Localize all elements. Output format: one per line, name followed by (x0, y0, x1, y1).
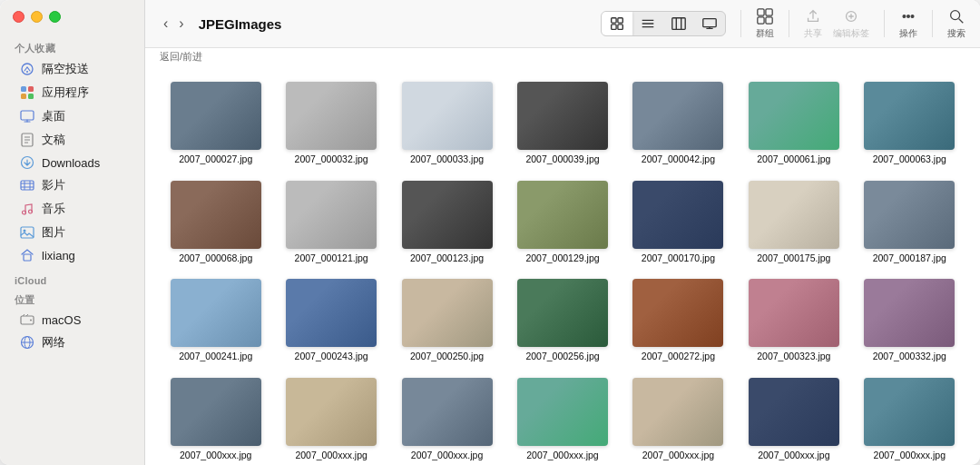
svg-point-50 (907, 15, 910, 18)
doc-icon (20, 133, 34, 147)
movie-icon (20, 178, 34, 193)
view-list-button[interactable] (632, 12, 663, 35)
drive-icon (20, 312, 34, 327)
toolbar-divider-2 (789, 10, 789, 37)
view-grid-button[interactable] (602, 12, 632, 35)
edit-tags-button[interactable]: 编辑标签 (833, 7, 869, 40)
fullscreen-button[interactable] (49, 11, 61, 23)
svg-point-25 (30, 320, 32, 322)
file-item[interactable]: 2007_000323.jpg (738, 275, 849, 367)
sidebar-item-movies[interactable]: 影片 (5, 173, 139, 197)
file-item[interactable]: 2007_000063.jpg (854, 78, 965, 170)
view-gallery-button[interactable] (694, 12, 725, 35)
sidebar-item-desktop[interactable]: 桌面 (5, 104, 139, 128)
file-name: 2007_000272.jpg (642, 351, 715, 363)
file-item[interactable]: 2007_000256.jpg (506, 275, 618, 367)
sidebar-favorites: 隔空投送应用程序桌面文稿Downloads影片音乐图片lixiang (0, 57, 144, 266)
file-item[interactable]: 2007_000243.jpg (275, 275, 387, 367)
file-thumbnail (517, 378, 608, 446)
search-label: 搜索 (947, 27, 965, 40)
view-columns-button[interactable] (663, 12, 694, 35)
file-item[interactable]: 2007_000123.jpg (391, 177, 503, 269)
file-name: 2007_000xxx.jpg (411, 450, 483, 462)
file-item[interactable]: 2007_000xxx.jpg (506, 374, 618, 465)
file-name: 2007_000250.jpg (410, 351, 484, 363)
file-thumbnail (632, 378, 723, 446)
file-item[interactable]: 2007_000032.jpg (275, 78, 387, 170)
sidebar-item-documents[interactable]: 文稿 (5, 128, 139, 152)
forward-button[interactable]: › (175, 14, 187, 34)
svg-point-0 (22, 64, 33, 74)
file-name: 2007_000170.jpg (642, 252, 715, 265)
file-thumbnail (749, 82, 839, 150)
sidebar-item-label-network: 网络 (42, 334, 65, 351)
file-name: 2007_000xxx.jpg (758, 450, 829, 462)
sidebar: 个人收藏 隔空投送应用程序桌面文稿Downloads影片音乐图片lixiang … (0, 0, 145, 465)
svg-rect-2 (21, 86, 26, 92)
file-item[interactable]: 2007_000175.jpg (738, 177, 849, 269)
file-thumbnail (749, 378, 839, 446)
file-item[interactable]: 2007_000170.jpg (622, 177, 734, 269)
file-item[interactable]: 2007_000068.jpg (160, 177, 271, 269)
file-item[interactable]: 2007_000039.jpg (506, 78, 618, 170)
back-button[interactable]: ‹ (160, 14, 172, 34)
file-item[interactable]: 2007_000xxx.jpg (391, 374, 503, 465)
file-item[interactable]: 2007_000xxx.jpg (160, 374, 271, 465)
file-item[interactable]: 2007_000129.jpg (506, 177, 618, 269)
file-item[interactable]: 2007_000xxx.jpg (854, 374, 965, 465)
sidebar-item-downloads[interactable]: Downloads (5, 152, 139, 173)
svg-rect-32 (618, 18, 622, 23)
breadcrumb-text: 返回/前进 (160, 51, 202, 62)
sidebar-item-label-lixiang: lixiang (42, 249, 75, 262)
file-item[interactable]: 2007_000042.jpg (622, 78, 734, 170)
file-thumbnail (517, 181, 608, 249)
file-item[interactable]: 2007_000xxx.jpg (275, 374, 387, 465)
file-item[interactable]: 2007_000241.jpg (160, 275, 271, 367)
sidebar-location: macOS网络 (0, 309, 144, 354)
file-name: 2007_000241.jpg (179, 351, 252, 363)
file-item[interactable]: 2007_000033.jpg (391, 78, 503, 170)
sidebar-item-airdrop[interactable]: 隔空投送 (5, 57, 139, 81)
file-item[interactable]: 2007_000xxx.jpg (622, 374, 734, 465)
file-name: 2007_000063.jpg (873, 153, 946, 166)
toolbar: ‹ › JPEGImages (145, 0, 980, 48)
search-button[interactable]: 搜索 (947, 7, 965, 40)
file-thumbnail (286, 181, 377, 249)
action-button[interactable]: 操作 (899, 7, 917, 40)
toolbar-divider-3 (884, 10, 885, 37)
file-item[interactable]: 2007_000332.jpg (854, 275, 965, 367)
file-name: 2007_000323.jpg (757, 351, 830, 363)
sidebar-item-pictures[interactable]: 图片 (5, 221, 139, 244)
file-item[interactable]: 2007_000xxx.jpg (738, 374, 849, 465)
minimize-button[interactable] (31, 11, 43, 23)
svg-line-53 (959, 19, 964, 24)
sidebar-item-music[interactable]: 音乐 (5, 197, 139, 221)
file-item[interactable]: 2007_000187.jpg (854, 177, 965, 269)
window-title: JPEGImages (199, 16, 282, 32)
file-item[interactable]: 2007_000027.jpg (160, 78, 271, 170)
file-item[interactable]: 2007_000121.jpg (275, 177, 387, 269)
main-content: ‹ › JPEGImages (145, 0, 980, 465)
share-label: 共享 (804, 27, 822, 40)
sidebar-item-network[interactable]: 网络 (5, 331, 139, 354)
file-thumbnail (286, 82, 377, 150)
view-mode-group (601, 11, 726, 36)
file-thumbnail (864, 82, 955, 150)
sidebar-item-label-applications: 应用程序 (42, 84, 89, 101)
file-item[interactable]: 2007_000272.jpg (622, 275, 734, 367)
file-name: 2007_000121.jpg (295, 252, 368, 265)
file-name: 2007_000243.jpg (295, 351, 368, 363)
file-item[interactable]: 2007_000061.jpg (738, 78, 849, 170)
file-name: 2007_000256.jpg (525, 351, 599, 363)
file-name: 2007_000033.jpg (410, 153, 484, 166)
group-button[interactable]: 群组 (756, 7, 774, 40)
close-button[interactable] (13, 11, 24, 23)
sidebar-item-lixiang[interactable]: lixiang (5, 244, 139, 266)
sidebar-item-label-downloads: Downloads (42, 156, 100, 170)
share-button[interactable]: 共享 (804, 7, 822, 40)
file-name: 2007_000123.jpg (410, 252, 484, 265)
sidebar-item-applications[interactable]: 应用程序 (5, 81, 139, 104)
airdrop-icon (20, 62, 34, 76)
file-item[interactable]: 2007_000250.jpg (391, 275, 503, 367)
sidebar-item-macos[interactable]: macOS (5, 309, 139, 331)
